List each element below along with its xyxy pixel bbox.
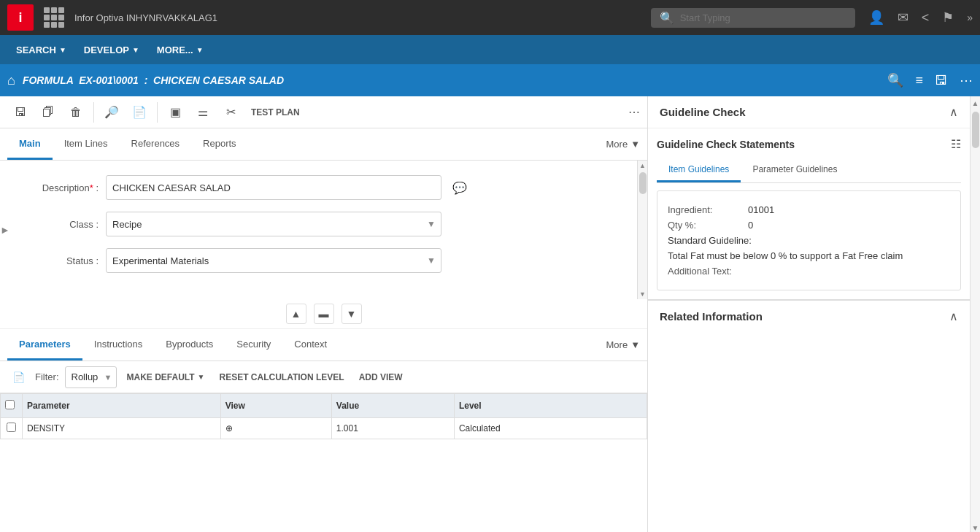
breadcrumb: FORMULA EX-001\0001 : CHICKEN CAESAR SAL… — [23, 74, 881, 86]
lower-tabs-more-button[interactable]: More ▼ — [606, 339, 641, 350]
search-input[interactable] — [680, 12, 826, 23]
search-bar[interactable]: 🔍 — [651, 8, 855, 28]
app-title: Infor Optiva INHYNRVAKKALAG1 — [74, 12, 644, 23]
home-icon[interactable]: ⌂ — [7, 73, 15, 88]
left-panel: 🖫 🗍 🗑 🔎 📄 ▣ ⚌ ✂ TEST PLAN ⋯ Main Item Li… — [0, 96, 648, 532]
menu-more[interactable]: MORE... ▼ — [150, 39, 211, 61]
nav-middle-button[interactable]: ▬ — [314, 304, 334, 324]
params-doc-icon[interactable]: 📄 — [7, 366, 29, 388]
gc-tab-parameter[interactable]: Parameter Guidelines — [741, 158, 849, 182]
lower-tabs: Parameters Instructions Byproducts Secur… — [0, 329, 647, 361]
class-select-wrap: Recipe ▼ — [106, 212, 441, 236]
class-select[interactable]: Recipe — [106, 212, 441, 236]
save-breadcrumb-icon[interactable]: 🖫 — [935, 73, 948, 88]
gc-ingredient-row: Ingredient: 01001 — [668, 204, 950, 215]
test-plan-button[interactable]: TEST PLAN — [245, 104, 306, 120]
tabs-more-button[interactable]: More ▼ — [606, 139, 641, 150]
description-label: Description* : — [26, 182, 99, 193]
related-title: Related Information — [660, 310, 949, 323]
scrollbar-up[interactable]: ▲ — [639, 162, 646, 169]
right-scroll-down[interactable]: ▼ — [972, 524, 979, 532]
params-table-scroll: Parameter View Value Level DENSITY ⊕ 1.0… — [0, 393, 647, 532]
bookmark-icon[interactable]: ⚑ — [942, 9, 954, 26]
expand-left-arrow[interactable]: ► — [0, 224, 10, 236]
right-scroll-thumb — [972, 112, 979, 148]
col-view: View — [220, 394, 331, 418]
scissors-button[interactable]: ✂ — [217, 99, 244, 126]
nav-arrows: ▲ ▬ ▼ — [0, 299, 647, 329]
guideline-content: Guideline Check Statements ☷ Item Guidel… — [648, 128, 970, 299]
reset-calc-button[interactable]: RESET CALCULATION LEVEL — [215, 369, 349, 385]
tab-context[interactable]: Context — [282, 330, 339, 361]
right-scroll-up[interactable]: ▲ — [972, 99, 979, 107]
guideline-collapse-icon[interactable]: ∧ — [949, 105, 958, 119]
menu-search[interactable]: SEARCH ▼ — [9, 39, 74, 61]
share-icon[interactable]: < — [922, 10, 930, 26]
gc-tab-item[interactable]: Item Guidelines — [657, 158, 741, 182]
gc-qty-value: 0 — [748, 220, 753, 231]
gc-ingredient-value: 01001 — [748, 204, 774, 215]
make-default-arrow: ▼ — [198, 373, 205, 381]
top-bar-actions: 👤 ✉ < ⚑ » — [868, 9, 973, 26]
note-button[interactable]: 📄 — [126, 99, 153, 126]
gc-statements-header: Guideline Check Statements ☷ — [657, 137, 961, 151]
binoculars-button[interactable]: 🔎 — [99, 99, 125, 126]
select-all-checkbox[interactable] — [5, 400, 15, 409]
params-toolbar: 📄 Filter: Rollup ▼ MAKE DEFAULT ▼ RESET … — [0, 361, 647, 393]
form-area: ► Description* : 💬 Class : — [0, 161, 647, 299]
add-view-button[interactable]: ADD VIEW — [355, 369, 407, 385]
filter-breadcrumb-icon[interactable]: ≡ — [915, 73, 923, 88]
status-select[interactable]: Experimental Materials — [106, 248, 441, 273]
tab-references[interactable]: References — [120, 129, 191, 160]
toolbar-more-icon[interactable]: ⋯ — [628, 105, 640, 119]
nav-up-button[interactable]: ▲ — [286, 304, 306, 324]
filter-select-wrap: Rollup ▼ — [65, 366, 117, 388]
tab-instructions[interactable]: Instructions — [82, 330, 154, 361]
develop-menu-arrow: ▼ — [132, 46, 139, 54]
related-collapse-icon[interactable]: ∧ — [949, 309, 958, 323]
guideline-title: Guideline Check — [660, 106, 949, 118]
tab-security[interactable]: Security — [225, 330, 282, 361]
right-panel: Guideline Check ∧ Guideline Check Statem… — [648, 96, 980, 532]
description-row: Description* : 💬 — [26, 175, 633, 200]
description-input[interactable] — [106, 175, 441, 200]
mail-icon[interactable]: ✉ — [898, 9, 908, 26]
row-view[interactable]: ⊕ — [220, 418, 331, 439]
more-breadcrumb-icon[interactable]: ⋯ — [960, 72, 973, 88]
tab-byproducts[interactable]: Byproducts — [154, 330, 225, 361]
make-default-button[interactable]: MAKE DEFAULT ▼ — [123, 369, 209, 385]
nav-down-button[interactable]: ▼ — [342, 304, 362, 324]
toolbar-divider-1 — [93, 102, 94, 123]
hierarchy-button[interactable]: ▣ — [162, 99, 188, 126]
search-menu-arrow: ▼ — [59, 46, 66, 54]
grid-button[interactable]: ⚌ — [190, 99, 216, 126]
guideline-header[interactable]: Guideline Check ∧ — [648, 96, 970, 128]
table-row: DENSITY ⊕ 1.001 Calculated — [1, 418, 647, 439]
status-label: Status : — [26, 255, 99, 266]
save-button[interactable]: 🖫 — [7, 99, 34, 126]
gc-statements-icon[interactable]: ☷ — [951, 137, 961, 151]
copy-button[interactable]: 🗍 — [35, 99, 61, 126]
row-level: Calculated — [454, 418, 647, 439]
tab-reports[interactable]: Reports — [191, 129, 248, 160]
col-level: Level — [454, 394, 647, 418]
row-checkbox[interactable] — [7, 423, 16, 432]
row-value: 1.001 — [331, 418, 454, 439]
user-icon[interactable]: 👤 — [868, 9, 884, 26]
related-section[interactable]: Related Information ∧ — [648, 300, 970, 332]
tab-item-lines[interactable]: Item Lines — [53, 129, 120, 160]
delete-button[interactable]: 🗑 — [63, 99, 89, 126]
search-breadcrumb-icon[interactable]: 🔍 — [887, 72, 903, 88]
grid-menu-icon[interactable] — [41, 4, 67, 31]
lower-tabs-more-arrow: ▼ — [630, 339, 640, 350]
chat-icon[interactable]: 💬 — [449, 177, 471, 198]
guideline-section: Guideline Check ∧ Guideline Check Statem… — [648, 96, 970, 300]
tab-main[interactable]: Main — [7, 129, 53, 160]
filter-select[interactable]: Rollup — [65, 366, 117, 388]
gc-info: Ingredient: 01001 Qty %: 0 Standard Guid… — [665, 198, 953, 282]
toolbar: 🖫 🗍 🗑 🔎 📄 ▣ ⚌ ✂ TEST PLAN ⋯ — [0, 96, 647, 128]
expand-icon[interactable]: » — [967, 12, 973, 23]
menu-develop[interactable]: DEVELOP ▼ — [77, 39, 147, 61]
scrollbar-down[interactable]: ▼ — [639, 290, 646, 298]
tab-parameters[interactable]: Parameters — [7, 330, 82, 361]
